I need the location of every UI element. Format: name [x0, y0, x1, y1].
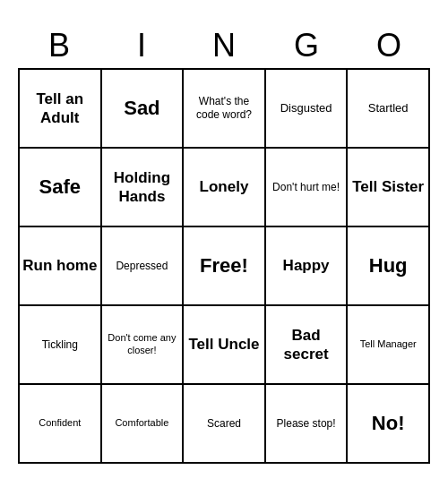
cell-1-2: Lonely [184, 149, 266, 227]
cell-4-2: Scared [184, 385, 266, 464]
cell-3-1: Don't come any closer! [102, 306, 185, 385]
cell-text-2-2: Free! [200, 253, 248, 278]
cell-text-4-0: Confident [39, 417, 81, 430]
cell-0-2: What's the code word? [184, 70, 266, 149]
cell-3-3: Bad secret [266, 306, 349, 385]
cell-text-3-2: Tell Uncle [188, 335, 259, 354]
cell-0-1: Sad [102, 70, 185, 149]
cell-2-3: Happy [266, 227, 349, 306]
cell-text-4-3: Please stop! [277, 417, 336, 431]
cell-text-1-1: Holding Hands [105, 168, 180, 207]
cell-text-2-3: Happy [283, 256, 330, 275]
cell-text-0-1: Sad [124, 96, 159, 121]
cell-text-1-0: Safe [39, 175, 81, 200]
cell-text-0-4: Startled [368, 101, 409, 115]
cell-1-1: Holding Hands [102, 149, 185, 227]
cell-text-1-3: Don't hurt me! [272, 181, 340, 194]
header-letter-I: I [100, 23, 183, 68]
bingo-header: BINGO [18, 23, 430, 68]
cell-text-2-1: Depressed [116, 260, 168, 273]
cell-text-0-0: Tell an Adult [22, 90, 98, 128]
cell-4-0: Confident [20, 385, 102, 464]
cell-3-4: Tell Manager [348, 306, 430, 385]
cell-3-2: Tell Uncle [184, 306, 266, 385]
cell-text-4-1: Comfortable [115, 417, 168, 430]
bingo-card: BINGO Tell an AdultSadWhat's the code wo… [18, 23, 430, 464]
cell-1-0: Safe [20, 149, 102, 227]
header-letter-B: B [18, 23, 100, 68]
cell-text-0-2: What's the code word? [186, 95, 262, 122]
cell-2-0: Run home [20, 227, 102, 306]
cell-text-0-3: Disgusted [280, 101, 332, 115]
cell-2-2: Free! [184, 227, 266, 306]
cell-0-0: Tell an Adult [20, 70, 102, 149]
cell-text-4-4: No! [372, 411, 405, 436]
cell-text-3-3: Bad secret [269, 326, 344, 364]
cell-4-3: Please stop! [266, 385, 349, 464]
cell-text-3-0: Tickling [42, 338, 78, 352]
cell-1-3: Don't hurt me! [266, 149, 349, 227]
header-letter-O: O [348, 23, 430, 68]
header-letter-N: N [183, 23, 265, 68]
cell-text-4-2: Scared [207, 417, 241, 431]
bingo-grid: Tell an AdultSadWhat's the code word?Dis… [18, 68, 430, 464]
cell-1-4: Tell Sister [348, 149, 430, 227]
cell-2-1: Depressed [102, 227, 185, 306]
cell-text-2-0: Run home [22, 256, 97, 275]
cell-4-1: Comfortable [102, 385, 185, 464]
header-letter-G: G [265, 23, 348, 68]
cell-4-4: No! [348, 385, 430, 464]
cell-0-4: Startled [348, 70, 430, 149]
cell-text-3-4: Tell Manager [360, 338, 417, 351]
cell-text-3-1: Don't come any closer! [105, 332, 180, 357]
cell-text-1-4: Tell Sister [352, 177, 424, 196]
cell-0-3: Disgusted [266, 70, 349, 149]
cell-3-0: Tickling [20, 306, 102, 385]
cell-text-2-4: Hug [369, 253, 408, 278]
cell-text-1-2: Lonely [200, 177, 249, 196]
cell-2-4: Hug [348, 227, 430, 306]
